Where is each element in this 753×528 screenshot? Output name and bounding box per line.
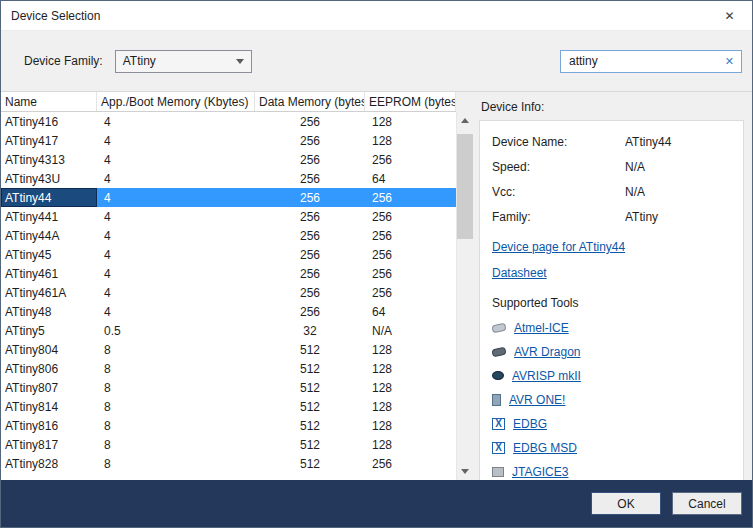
- device-name-cell: ATtiny816: [1, 416, 97, 435]
- device-info-title: Device Info:: [479, 98, 744, 120]
- avr-dragon-icon: [491, 346, 506, 357]
- app-boot-memory-cell: 8: [97, 381, 255, 395]
- device-info-field-label: Device Name:: [492, 135, 625, 149]
- eeprom-cell: 256: [365, 267, 456, 281]
- table-row[interactable]: ATtiny43U425664: [1, 169, 456, 188]
- table-row[interactable]: ATtiny8068512128: [1, 359, 456, 378]
- supported-tool-item: Atmel-ICE: [492, 320, 735, 335]
- supported-tool-link[interactable]: AVRISP mkII: [512, 369, 581, 383]
- scroll-up-icon: [461, 118, 469, 123]
- table-row[interactable]: ATtiny43134256256: [1, 150, 456, 169]
- scroll-down-button[interactable]: [457, 463, 473, 480]
- table-row[interactable]: ATtiny454256256: [1, 245, 456, 264]
- table-row[interactable]: ATtiny461A4256256: [1, 283, 456, 302]
- eeprom-cell: 128: [365, 400, 456, 414]
- data-memory-cell: 256: [255, 115, 365, 129]
- data-memory-cell: 256: [255, 229, 365, 243]
- table-row[interactable]: ATtiny8168512128: [1, 416, 456, 435]
- device-name-cell: ATtiny828: [1, 454, 97, 473]
- device-name-cell: ATtiny416: [1, 112, 97, 131]
- app-boot-memory-cell: 4: [97, 267, 255, 281]
- app-boot-memory-cell: 4: [97, 172, 255, 186]
- table-row[interactable]: ATtiny8048512128: [1, 340, 456, 359]
- clear-search-icon[interactable]: ✕: [723, 55, 736, 68]
- table-row[interactable]: ATtiny4174256128: [1, 131, 456, 150]
- table-body: ATtiny4164256128ATtiny4174256128ATtiny43…: [1, 112, 456, 480]
- app-boot-memory-cell: 8: [97, 362, 255, 376]
- search-box: ✕: [560, 50, 742, 73]
- table-header: NameApp./Boot Memory (Kbytes)Data Memory…: [1, 92, 456, 112]
- supported-tool-link[interactable]: AVR ONE!: [509, 393, 565, 407]
- data-memory-cell: 512: [255, 438, 365, 452]
- table-row[interactable]: ATtiny4164256128: [1, 112, 456, 131]
- supported-tool-item: JTAGICE3: [492, 464, 735, 479]
- app-boot-memory-cell: 0.5: [97, 324, 255, 338]
- device-name-cell: ATtiny817: [1, 435, 97, 454]
- titlebar: Device Selection ✕: [1, 1, 752, 31]
- device-info-field-value: N/A: [625, 185, 735, 199]
- avr-one-icon: [492, 394, 501, 406]
- atmel-ice-icon: [491, 322, 506, 333]
- supported-tool-link[interactable]: EDBG: [513, 417, 547, 431]
- app-boot-memory-cell: 4: [97, 286, 255, 300]
- app-boot-memory-cell: 8: [97, 419, 255, 433]
- table-row[interactable]: ATtiny444256256: [1, 188, 456, 207]
- data-memory-cell: 256: [255, 172, 365, 186]
- table-row[interactable]: ATtiny48425664: [1, 302, 456, 321]
- app-boot-memory-cell: 4: [97, 210, 255, 224]
- column-header[interactable]: Name: [1, 92, 97, 111]
- scrollbar-thumb[interactable]: [457, 134, 473, 239]
- device-name-cell: ATtiny44A: [1, 226, 97, 245]
- data-memory-cell: 32: [255, 324, 365, 338]
- supported-tool-link[interactable]: AVR Dragon: [514, 345, 580, 359]
- table-row[interactable]: ATtiny50.532N/A: [1, 321, 456, 340]
- device-info-body: Device Name:ATtiny44Speed:N/AVcc:N/AFami…: [479, 120, 744, 480]
- device-name-cell: ATtiny5: [1, 321, 97, 340]
- table-scrollbar[interactable]: [456, 112, 473, 480]
- search-input[interactable]: [569, 54, 723, 68]
- device-name-cell: ATtiny48: [1, 302, 97, 321]
- eeprom-cell: 256: [365, 153, 456, 167]
- data-memory-cell: 512: [255, 343, 365, 357]
- supported-tool-link[interactable]: JTAGICE3: [512, 465, 568, 479]
- device-link[interactable]: Device page for ATtiny44: [492, 240, 625, 254]
- eeprom-cell: 64: [365, 305, 456, 319]
- column-header[interactable]: Data Memory (bytes): [255, 92, 365, 111]
- supported-tool-link[interactable]: Atmel-ICE: [514, 321, 569, 335]
- table-row[interactable]: ATtiny4614256256: [1, 264, 456, 283]
- data-memory-cell: 512: [255, 362, 365, 376]
- supported-tool-link[interactable]: EDBG MSD: [513, 441, 577, 455]
- eeprom-cell: 256: [365, 286, 456, 300]
- column-header[interactable]: EEPROM (bytes): [365, 92, 456, 111]
- ok-button[interactable]: OK: [591, 492, 661, 515]
- device-info-field-value: ATtiny: [625, 210, 735, 224]
- supported-tool-item: EDBG: [492, 416, 735, 431]
- device-family-select[interactable]: ATtiny: [115, 50, 252, 73]
- device-name-cell: ATtiny814: [1, 397, 97, 416]
- table-row[interactable]: ATtiny4414256256: [1, 207, 456, 226]
- supported-tools-list: Atmel-ICEAVR DragonAVRISP mkIIAVR ONE!ED…: [492, 320, 735, 479]
- table-row[interactable]: ATtiny8178512128: [1, 435, 456, 454]
- supported-tool-item: AVRISP mkII: [492, 368, 735, 383]
- table-row[interactable]: ATtiny8078512128: [1, 378, 456, 397]
- cancel-button[interactable]: Cancel: [672, 492, 742, 515]
- table-row[interactable]: ATtiny8288512256: [1, 454, 456, 473]
- eeprom-cell: N/A: [365, 324, 456, 338]
- device-name-cell: ATtiny4313: [1, 150, 97, 169]
- app-boot-memory-cell: 8: [97, 438, 255, 452]
- table-row[interactable]: ATtiny44A4256256: [1, 226, 456, 245]
- column-header[interactable]: App./Boot Memory (Kbytes): [97, 92, 255, 111]
- edbg-icon: [492, 418, 505, 430]
- scroll-up-button[interactable]: [457, 112, 473, 129]
- data-memory-cell: 512: [255, 381, 365, 395]
- close-button[interactable]: ✕: [707, 1, 752, 30]
- table-row[interactable]: ATtiny8148512128: [1, 397, 456, 416]
- device-link[interactable]: Datasheet: [492, 266, 547, 280]
- data-memory-cell: 256: [255, 267, 365, 281]
- app-boot-memory-cell: 4: [97, 248, 255, 262]
- eeprom-cell: 128: [365, 134, 456, 148]
- data-memory-cell: 256: [255, 248, 365, 262]
- close-icon: ✕: [724, 9, 734, 23]
- data-memory-cell: 256: [255, 286, 365, 300]
- supported-tool-item: EDBG MSD: [492, 440, 735, 455]
